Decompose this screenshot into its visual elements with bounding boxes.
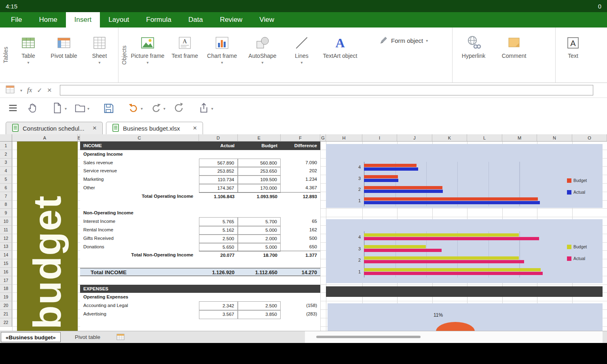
pan-button[interactable]: [23, 102, 42, 116]
row-header-1[interactable]: 1: [0, 142, 12, 150]
ribbon-item-picture-frame[interactable]: Picture frame▾: [129, 29, 166, 81]
menu-tab-review[interactable]: Review: [211, 12, 251, 28]
column-header-N[interactable]: N: [537, 134, 572, 142]
column-header-A[interactable]: A: [12, 134, 78, 142]
table-row-5-marketing[interactable]: Marketing110.734109.5001.234: [80, 175, 320, 184]
row-header-7[interactable]: 7: [0, 192, 12, 201]
new-doc-button[interactable]: ▾: [48, 102, 70, 116]
row-header-13[interactable]: 13: [0, 243, 12, 251]
sheet-list-icon[interactable]: [116, 334, 125, 342]
document-tab-business-budget-xlsx[interactable]: Business budget.xlsx×: [106, 122, 203, 134]
redo-button[interactable]: ▾: [146, 102, 169, 116]
ribbon-item-table[interactable]: Table▾: [11, 29, 46, 81]
row-header-8[interactable]: 8: [0, 201, 12, 209]
row-header-5[interactable]: 5: [0, 175, 12, 184]
table-row-10-interest-income[interactable]: Interest Income5.7655.70065: [80, 217, 320, 226]
ribbon-item-textart-object[interactable]: ATextArt object: [319, 29, 361, 81]
ribbon-item-comment[interactable]: Comment: [494, 29, 534, 81]
save-button[interactable]: [99, 102, 118, 116]
row-header-17[interactable]: 17: [0, 276, 12, 285]
chevron-down-icon[interactable]: ▾: [20, 88, 22, 93]
column-header-L[interactable]: L: [467, 134, 502, 142]
table-row-2-operating-income[interactable]: Operating Income: [80, 150, 320, 159]
column-header-K[interactable]: K: [432, 134, 467, 142]
sheet-tab-pivot-table[interactable]: Pivot table: [70, 332, 105, 342]
column-header-E[interactable]: E: [238, 134, 281, 142]
row-header-9[interactable]: 9: [0, 209, 12, 217]
ribbon-item-pivot-table[interactable]: Pivot table: [46, 29, 82, 81]
table-row-20-accounting-and-legal[interactable]: Accounting and Legal2.3422.500(158): [80, 301, 320, 310]
table-row-4-service-revenue[interactable]: Service revenue253.852253.650202: [80, 167, 320, 175]
table-row-13-donations[interactable]: Donations5.6505.000650: [80, 243, 320, 251]
menu-tab-layout[interactable]: Layout: [100, 12, 137, 28]
menu-button[interactable]: [3, 102, 23, 116]
bar-chart-2[interactable]: 4321BudgetActual: [326, 219, 603, 283]
open-folder-button[interactable]: ▾: [70, 102, 93, 116]
menu-tab-view[interactable]: View: [251, 12, 283, 28]
column-header-O[interactable]: O: [572, 134, 607, 142]
row-header-18[interactable]: 18: [0, 285, 12, 293]
table-row-6-other[interactable]: Other174.367170.0004.367: [80, 184, 320, 192]
pie-chart[interactable]: 11%: [328, 303, 603, 331]
table-row-21-advertising[interactable]: Advertising3.5673.850(283): [80, 310, 320, 318]
column-header-M[interactable]: M: [502, 134, 537, 142]
bar-chart-1[interactable]: 4321BudgetActual: [326, 144, 603, 208]
row-header-22[interactable]: 22: [0, 318, 12, 327]
ribbon-item-lines[interactable]: Lines▾: [284, 29, 319, 81]
horizontal-scrollbar-thumb[interactable]: [316, 336, 421, 338]
table-row-11-rental-income[interactable]: Rental Income5.1625.000162: [80, 226, 320, 234]
menu-tab-file[interactable]: File: [2, 12, 30, 28]
ribbon-item-form-object[interactable]: Form object▾: [379, 36, 428, 46]
row-header-6[interactable]: 6: [0, 184, 12, 192]
ribbon-item-chart-frame[interactable]: Chart frame▾: [203, 29, 241, 81]
row-header-11[interactable]: 11: [0, 226, 12, 234]
ribbon-item-text-frame[interactable]: AText frame: [166, 29, 203, 81]
row-header-4[interactable]: 4: [0, 167, 12, 175]
table-row-7-total-operating-income[interactable]: Total Operating Income1.106.8431.093.950…: [80, 192, 320, 201]
document-tab-construction-schedul[interactable]: Construction schedul...×: [6, 122, 103, 134]
table-row-14-total-non-operating-income[interactable]: Total Non-Operating Income20.07718.7001.…: [80, 251, 320, 259]
formula-input[interactable]: [60, 85, 593, 95]
rotate-button[interactable]: [169, 102, 188, 116]
column-header-G[interactable]: G: [320, 134, 326, 142]
menu-tab-data[interactable]: Data: [180, 12, 211, 28]
row-header-2[interactable]: 2: [0, 150, 12, 159]
row-header-10[interactable]: 10: [0, 217, 12, 226]
row-header-20[interactable]: 20: [0, 301, 12, 310]
confirm-entry-button[interactable]: ✓: [37, 87, 42, 94]
close-icon[interactable]: ×: [193, 124, 197, 132]
column-header-C[interactable]: C: [80, 134, 199, 142]
row-header-16[interactable]: 16: [0, 268, 12, 276]
ribbon-item-autoshape[interactable]: AutoShape▾: [241, 29, 284, 81]
column-header-I[interactable]: I: [362, 134, 397, 142]
menu-tab-formula[interactable]: Formula: [137, 12, 180, 28]
share-button[interactable]: ▾: [194, 102, 217, 116]
column-header-F[interactable]: F: [281, 134, 320, 142]
row-header-21[interactable]: 21: [0, 310, 12, 318]
table-row-1-income[interactable]: INCOMEActualBudgetDifference: [80, 142, 320, 150]
sheet-tab-business-budget[interactable]: «Business budget»: [1, 332, 61, 342]
cancel-entry-button[interactable]: ×: [47, 86, 52, 95]
undo-button[interactable]: ▾: [124, 102, 146, 116]
ribbon-item-hyperlink[interactable]: Hyperlink: [453, 29, 494, 81]
menu-tab-home[interactable]: Home: [30, 12, 66, 28]
table-row-12-gifts-received[interactable]: Gifts Received2.5002.000500: [80, 234, 320, 243]
row-header-14[interactable]: 14: [0, 251, 12, 259]
close-icon[interactable]: ×: [93, 124, 97, 132]
ribbon-item-text[interactable]: AText: [556, 29, 590, 81]
column-header-H[interactable]: H: [326, 134, 362, 142]
select-all-corner[interactable]: [0, 134, 12, 142]
insert-function-button[interactable]: fx: [27, 86, 32, 94]
column-header-D[interactable]: D: [199, 134, 238, 142]
row-header-15[interactable]: 15: [0, 259, 12, 268]
table-row-16-total-income[interactable]: Total INCOME1.126.9201.112.65014.270: [80, 268, 320, 276]
table-row-18-expenses[interactable]: EXPENSES: [80, 285, 320, 293]
row-header-3[interactable]: 3: [0, 159, 12, 167]
row-header-19[interactable]: 19: [0, 293, 12, 301]
row-header-12[interactable]: 12: [0, 234, 12, 243]
column-header-J[interactable]: J: [397, 134, 432, 142]
menu-tab-insert[interactable]: Insert: [66, 12, 100, 28]
cell-reference-icon[interactable]: [5, 84, 15, 96]
table-row-9-non-operating-income[interactable]: Non-Operating Income: [80, 209, 320, 217]
table-row-19-operating-expenses[interactable]: Operating Expenses: [80, 293, 320, 301]
